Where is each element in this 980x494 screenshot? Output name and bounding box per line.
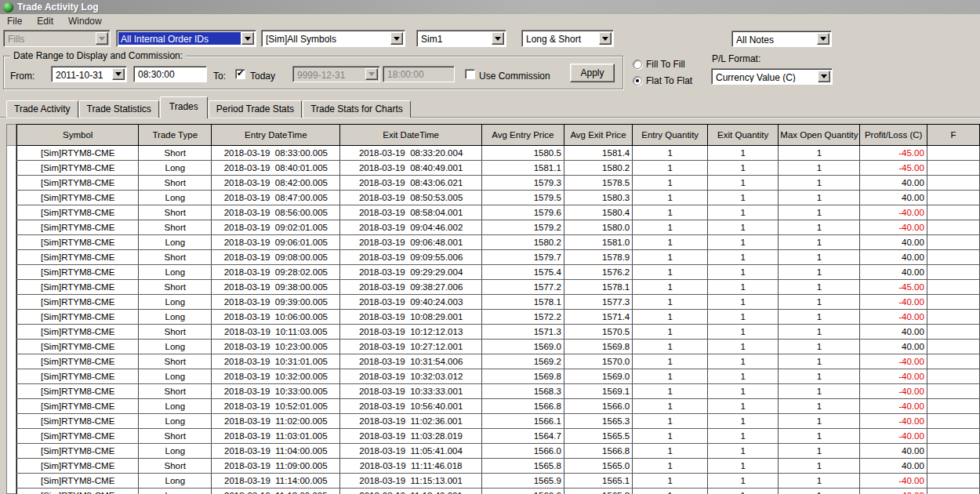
table-row[interactable]: [Sim]RTYM8-CMELong2018-03-19 08:47:00.00… [17,191,980,205]
dropdown-arrow-icon[interactable] [96,32,108,45]
table-row[interactable]: [Sim]RTYM8-CMELong2018-03-19 09:06:01.00… [17,235,980,250]
table-row[interactable]: [Sim]RTYM8-CMELong2018-03-19 11:18:00.00… [17,489,980,494]
table-cell: 1 [633,399,708,414]
use-commission-checkbox[interactable] [465,69,475,79]
table-row[interactable]: [Sim]RTYM8-CMEShort2018-03-19 08:42:00.0… [17,176,980,191]
column-header[interactable]: Exit DateTime [340,125,481,146]
table-cell: [Sim]RTYM8-CME [17,250,139,265]
table-row[interactable]: [Sim]RTYM8-CMELong2018-03-19 09:28:02.00… [17,265,980,280]
dropdown-arrow-icon[interactable] [817,33,829,45]
flat-to-flat-radio[interactable] [633,76,642,85]
column-header[interactable]: Profit/Loss (C) [860,125,927,146]
table-cell: 1 [633,369,708,384]
column-header[interactable]: Trade Type [139,125,212,146]
table-cell: Short [139,176,212,191]
to-time-input[interactable]: 18:00:00 [383,66,455,82]
notes-dropdown-value: All Notes [734,33,817,45]
pl-format-value: Currency Value (C) [713,71,818,82]
table-cell: [Sim]RTYM8-CME [17,340,139,354]
table-row[interactable]: [Sim]RTYM8-CMEShort2018-03-19 10:33:00.0… [17,384,980,399]
table-row[interactable]: [Sim]RTYM8-CMELong2018-03-19 11:02:00.00… [17,414,980,429]
table-cell: 1579.2 [481,220,564,235]
column-header[interactable]: Entry Quantity [633,125,708,146]
column-header[interactable]: F [927,125,979,146]
table-row[interactable]: [Sim]RTYM8-CMEShort2018-03-19 11:03:01.0… [17,429,980,444]
table-cell: 2018-03-19 11:02:36.001 [340,414,481,429]
table-row[interactable]: [Sim]RTYM8-CMELong2018-03-19 10:06:00.00… [17,310,980,325]
table-cell: [Sim]RTYM8-CME [17,459,139,474]
table-cell: 1 [633,280,708,295]
table-row[interactable]: [Sim]RTYM8-CMELong2018-03-19 11:04:00.00… [17,444,980,459]
column-header[interactable]: Exit Quantity [708,125,779,146]
table-row[interactable]: [Sim]RTYM8-CMEShort2018-03-19 09:38:00.0… [17,280,980,295]
table-row[interactable]: [Sim]RTYM8-CMELong2018-03-19 10:32:00.00… [17,369,980,384]
fill-to-fill-radio[interactable] [633,60,642,69]
table-row[interactable]: [Sim]RTYM8-CMELong2018-03-19 10:52:01.00… [17,399,980,414]
apply-button[interactable]: Apply [570,64,615,82]
table-cell [927,220,979,235]
dropdown-arrow-icon[interactable] [390,32,403,45]
column-header[interactable]: Symbol [17,125,139,146]
order-ids-dropdown[interactable]: All Internal Order IDs [116,30,256,47]
table-cell: -40.00 [860,369,927,384]
table-cell: -40.00 [860,354,927,369]
pl-format-dropdown[interactable]: Currency Value (C) [711,68,833,85]
tab-trade-statistics[interactable]: Trade Statistics [79,100,159,118]
tab-trades[interactable]: Trades [160,96,208,118]
menu-edit[interactable]: Edit [35,16,60,27]
column-header[interactable]: Entry DateTime [212,125,340,146]
dropdown-arrow-icon[interactable] [492,32,504,45]
tab-trade-stats-for-charts[interactable]: Trade Stats for Charts [303,100,411,118]
table-cell: Short [139,354,212,369]
from-date-dropdown[interactable]: 2011-10-31 [51,66,127,82]
column-header[interactable]: Avg Exit Price [564,125,632,146]
table-row[interactable]: [Sim]RTYM8-CMEShort2018-03-19 10:11:03.0… [17,325,980,340]
direction-dropdown[interactable]: Long & Short [521,30,614,47]
table-row[interactable]: [Sim]RTYM8-CMELong2018-03-19 09:39:00.00… [17,295,980,310]
today-checkbox[interactable] [235,69,245,79]
table-row[interactable]: [Sim]RTYM8-CMELong2018-03-19 08:40:01.00… [17,161,980,176]
table-row[interactable]: [Sim]RTYM8-CMEShort2018-03-19 09:08:00.0… [17,250,980,265]
table-cell: 1 [779,250,860,265]
symbols-dropdown[interactable]: [Sim]All Symbols [261,30,405,47]
table-cell: [Sim]RTYM8-CME [17,354,139,369]
dropdown-arrow-icon[interactable] [599,32,612,45]
dropdown-arrow-icon[interactable] [365,68,378,80]
table-row[interactable]: [Sim]RTYM8-CMEShort2018-03-19 10:31:01.0… [17,354,980,369]
table-row[interactable]: [Sim]RTYM8-CMEShort2018-03-19 09:02:01.0… [17,220,980,235]
table-cell: 1 [708,354,779,369]
table-cell: Short [139,384,212,399]
table-cell: 1 [779,399,860,414]
table-cell: 1 [779,265,860,280]
dropdown-arrow-icon[interactable] [818,71,830,82]
table-row[interactable]: [Sim]RTYM8-CMELong2018-03-19 10:23:00.00… [17,340,980,354]
table-cell: 1565.3 [564,414,632,429]
trades-table-body: [Sim]RTYM8-CMEShort2018-03-19 08:33:00.0… [17,146,980,494]
tab-trade-activity[interactable]: Trade Activity [6,100,78,118]
table-row[interactable]: [Sim]RTYM8-CMELong2018-03-19 11:14:00.00… [17,474,980,489]
account-dropdown[interactable]: Sim1 [416,30,506,47]
table-cell: -40.00 [860,399,927,414]
table-row[interactable]: [Sim]RTYM8-CMEShort2018-03-19 08:56:00.0… [17,205,980,220]
table-cell [927,340,979,354]
table-cell: 1566.1 [481,414,564,429]
table-row[interactable]: [Sim]RTYM8-CMEShort2018-03-19 11:09:00.0… [17,459,980,474]
menu-file[interactable]: File [5,16,29,27]
dropdown-arrow-icon[interactable] [241,32,254,45]
dropdown-arrow-icon[interactable] [112,68,125,80]
column-header[interactable]: Max Open Quantity [779,125,860,146]
table-cell: 1570.5 [564,325,632,340]
from-time-input[interactable]: 08:30:00 [133,66,207,82]
to-date-dropdown[interactable]: 9999-12-31 [292,66,380,82]
table-cell: 2018-03-19 08:42:00.005 [212,176,340,191]
table-cell: 2018-03-19 10:33:33.001 [340,384,481,399]
column-header[interactable]: Avg Entry Price [481,125,564,146]
table-cell: Short [139,146,212,161]
tab-period-trade-stats[interactable]: Period Trade Stats [209,100,302,118]
table-cell [927,161,979,176]
fills-dropdown[interactable]: Fills [3,30,111,47]
notes-dropdown[interactable]: All Notes [731,31,832,47]
table-row[interactable]: [Sim]RTYM8-CMEShort2018-03-19 08:33:00.0… [17,146,980,161]
menu-window[interactable]: Window [67,16,109,27]
table-cell: 2018-03-19 10:32:03.012 [340,369,481,384]
